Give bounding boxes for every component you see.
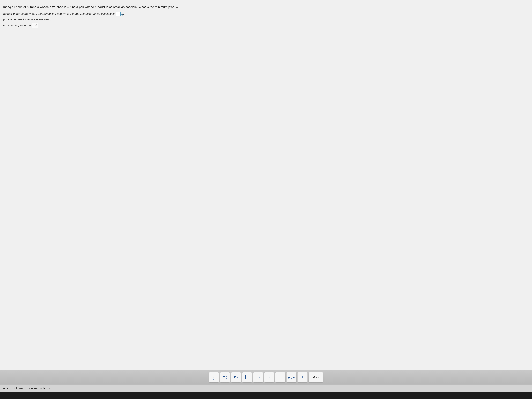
mixed-number-button[interactable]: ■ ■ (220, 372, 230, 382)
nroot-button[interactable]: n√a (264, 372, 274, 382)
absolute-value-button[interactable] (242, 372, 252, 382)
superscript-icon: ■ (234, 375, 238, 380)
absolute-value-icon (245, 375, 249, 380)
answer-line2: e minimum product is −4 . (3, 23, 529, 28)
bottom-instruction: ur answer in each of the answer boxes. (0, 385, 532, 393)
more-label: More (312, 376, 319, 379)
answer-line1-prefix: he pair of numbers whose difference is 4… (3, 11, 529, 16)
question-text: mong all pairs of numbers whose differen… (3, 5, 529, 9)
answer-line1-note: (Use a comma to separate answers.) (3, 17, 529, 22)
min-product-box: −4 (32, 23, 38, 28)
sqrt-button[interactable]: √a (253, 372, 263, 382)
interval-icon: ( , ) (288, 375, 295, 380)
decimal-button[interactable]: . (275, 372, 285, 382)
fraction-icon: ■ ■ (213, 374, 215, 380)
mixed-number-icon: ■ ■ (223, 375, 227, 380)
period: . (39, 23, 40, 28)
sqrt-icon: √a (257, 375, 260, 380)
superscript-button[interactable]: ■ (231, 372, 241, 382)
more-button[interactable]: More (309, 372, 323, 382)
plus-minus-icon: ± (302, 375, 304, 380)
interval-button[interactable]: ( , ) (286, 372, 297, 382)
plus-minus-button[interactable]: ± (298, 372, 308, 382)
fraction-button[interactable]: ■ ■ (209, 372, 219, 382)
cursor-icon: ◀ (121, 13, 123, 17)
pair-answer-input[interactable]: ◀ (116, 12, 120, 16)
min-product-prefix: e minimum product is (3, 23, 31, 28)
line1-text: he pair of numbers whose difference is 4… (3, 12, 114, 15)
main-content: mong all pairs of numbers whose differen… (0, 0, 532, 370)
dark-bottom-bar (0, 393, 532, 399)
bottom-instruction-text: ur answer in each of the answer boxes. (3, 387, 51, 390)
math-toolbar: ■ ■ ■ ■ ■ (209, 372, 323, 382)
nroot-icon: n√a (267, 375, 271, 380)
decimal-icon: . (279, 375, 282, 380)
math-toolbar-wrapper: ■ ■ ■ ■ ■ (0, 370, 532, 385)
